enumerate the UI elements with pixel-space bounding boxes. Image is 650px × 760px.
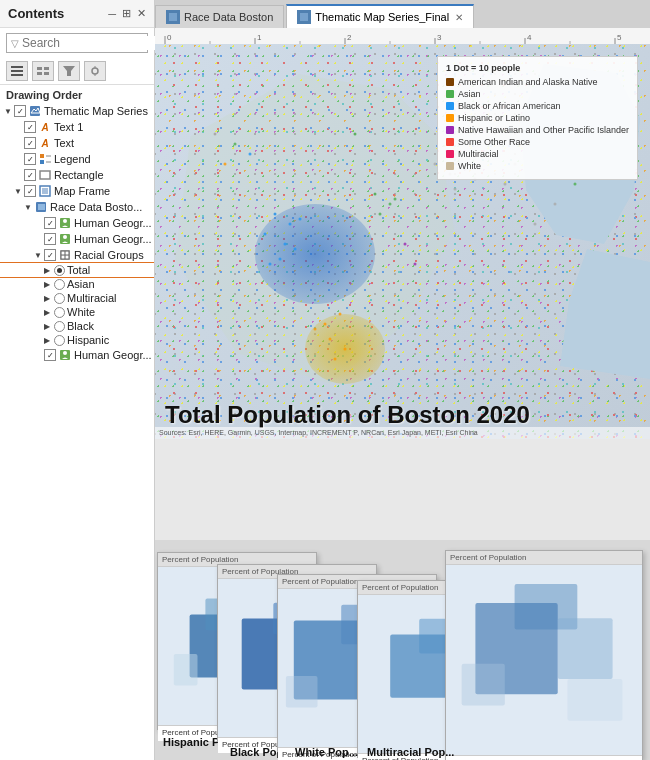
tree-item-asian[interactable]: ▶ Asian [0, 277, 154, 291]
svg-point-8 [92, 68, 98, 74]
mapframe-icon [38, 184, 52, 198]
ruler-svg: 0 1 2 3 4 5 [155, 28, 650, 44]
tree-item-text[interactable]: A Text [0, 135, 154, 151]
legend-dot-hispanic [446, 114, 454, 122]
legend-label-nhpi: Native Hawaiian and Other Pacific Island… [458, 125, 629, 135]
legend-label-black: Black or African American [458, 101, 561, 111]
tree-item-rectangle[interactable]: Rectangle [0, 167, 154, 183]
text-icon2: A [38, 136, 52, 150]
svg-rect-28 [60, 250, 70, 260]
expand-arrow-mapframe: ▼ [14, 187, 24, 196]
tree-item-human-geo2[interactable]: Human Geogr... [0, 231, 154, 247]
legend-dot-other [446, 138, 454, 146]
svg-rect-4 [44, 67, 49, 70]
settings-button[interactable] [84, 61, 106, 81]
legend-dot-nhpi [446, 126, 454, 134]
svg-point-30 [66, 252, 69, 255]
svg-rect-2 [11, 74, 23, 76]
list-view-button[interactable] [6, 61, 28, 81]
svg-text:2: 2 [347, 33, 352, 42]
legend-item-asian: Asian [446, 89, 629, 99]
human-icon2 [58, 232, 72, 246]
label-white: White [67, 306, 95, 318]
radio-black[interactable] [54, 321, 65, 332]
radio-hispanic[interactable] [54, 335, 65, 346]
tab-close-button[interactable]: ✕ [455, 12, 463, 23]
expand-arrow-multiracial: ▶ [44, 294, 54, 303]
radio-total[interactable] [54, 265, 65, 276]
legend-dot-black [446, 102, 454, 110]
svg-rect-14 [40, 160, 44, 164]
tree-view-button[interactable] [32, 61, 54, 81]
radio-asian[interactable] [54, 279, 65, 290]
legend-dot-aian [446, 78, 454, 86]
svg-point-29 [62, 252, 65, 255]
expand-arrow-asian: ▶ [44, 280, 54, 289]
checkbox-map-frame[interactable] [24, 185, 36, 197]
legend-item-white: White [446, 161, 629, 171]
racial-icon [58, 248, 72, 262]
svg-text:1: 1 [257, 33, 262, 42]
radio-white[interactable] [54, 307, 65, 318]
checkbox-thematic-map-series[interactable] [14, 105, 26, 117]
expand-arrow-race-data: ▼ [24, 203, 34, 212]
checkbox-racial-groups[interactable] [44, 249, 56, 261]
svg-rect-39 [155, 28, 650, 44]
contents-header: Contents ─ ⊞ ✕ [0, 0, 154, 28]
close-icon[interactable]: ✕ [137, 7, 146, 20]
tree-item-race-data[interactable]: ▼ Race Data Bosto... [0, 199, 154, 215]
tree-item-human-geo3[interactable]: Human Geogr... [0, 347, 154, 363]
label-text1: Text 1 [54, 121, 83, 133]
checkbox-human-geo1[interactable] [44, 217, 56, 229]
legend-label-aian: American Indian and Alaska Native [458, 77, 598, 87]
tree-item-total[interactable]: ▶ Total [0, 263, 154, 277]
legend-label-other: Some Other Race [458, 137, 530, 147]
svg-rect-1 [11, 70, 23, 72]
label-human-geo1: Human Geogr... [74, 217, 152, 229]
checkbox-human-geo3[interactable] [44, 349, 56, 361]
svg-rect-38 [300, 13, 308, 21]
svg-rect-22 [42, 204, 45, 208]
legend-item-other: Some Other Race [446, 137, 629, 147]
label-total: Total [67, 264, 90, 276]
checkbox-text[interactable] [24, 137, 36, 149]
svg-rect-13 [40, 154, 44, 158]
tree-item-human-geo1[interactable]: Human Geogr... [0, 215, 154, 231]
radio-multiracial[interactable] [54, 293, 65, 304]
search-input[interactable] [22, 36, 172, 50]
pin-icon[interactable]: ─ [108, 8, 116, 20]
tab-icon-thematic [297, 10, 311, 24]
filter-button[interactable] [58, 61, 80, 81]
tree-item-thematic-map-series[interactable]: ▼ Thematic Map Series [0, 103, 154, 119]
svg-point-34 [63, 351, 67, 355]
svg-rect-114 [558, 618, 613, 679]
tree-item-multiracial[interactable]: ▶ Multiracial [0, 291, 154, 305]
tree-item-legend[interactable]: Legend [0, 151, 154, 167]
svg-text:4: 4 [527, 33, 532, 42]
tab-thematic-map-final[interactable]: Thematic Map Series_Final ✕ [286, 4, 474, 28]
tree-item-white[interactable]: ▶ White [0, 305, 154, 319]
label-multiracial-pop: Multiracial Pop... [367, 746, 454, 758]
blue-cluster [255, 204, 375, 304]
data-icon [34, 200, 48, 214]
tab-label-race: Race Data Boston [184, 11, 273, 23]
tree-item-hispanic[interactable]: ▶ Hispanic [0, 333, 154, 347]
label-map-frame: Map Frame [54, 185, 110, 197]
tab-race-data-boston[interactable]: Race Data Boston [155, 5, 284, 28]
checkbox-rectangle[interactable] [24, 169, 36, 181]
tree-item-text1[interactable]: A Text 1 [0, 119, 154, 135]
checkbox-legend[interactable] [24, 153, 36, 165]
tree-item-black[interactable]: ▶ Black [0, 319, 154, 333]
expand-arrow: ▼ [4, 107, 14, 116]
sm-footer-asian: Asian Population of Boston 2020 [446, 755, 642, 760]
tab-label-thematic: Thematic Map Series_Final [315, 11, 449, 23]
human-icon1 [58, 216, 72, 230]
svg-rect-21 [38, 204, 42, 208]
label-multiracial: Multiracial [67, 292, 117, 304]
tree-item-racial-groups[interactable]: ▼ Racial Groups [0, 247, 154, 263]
svg-marker-7 [63, 66, 75, 76]
tree-item-map-frame[interactable]: ▼ Map Frame [0, 183, 154, 199]
checkbox-human-geo2[interactable] [44, 233, 56, 245]
float-icon[interactable]: ⊞ [122, 7, 131, 20]
checkbox-text1[interactable] [24, 121, 36, 133]
